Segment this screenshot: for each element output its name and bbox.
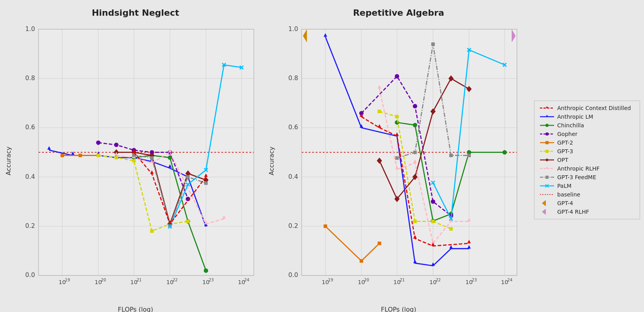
svg-text:0.8: 0.8 <box>25 74 35 82</box>
x-axis-label-right: FLOPs (log) <box>381 306 416 312</box>
legend-item-gpt3-feedme: GPT-3 FeedME <box>540 174 634 180</box>
svg-rect-168 <box>449 154 453 157</box>
svg-rect-76 <box>186 175 190 179</box>
legend-line-chinchilla <box>540 123 554 128</box>
svg-rect-166 <box>413 150 417 154</box>
svg-rect-58 <box>150 229 154 233</box>
svg-text:19: 19 <box>328 278 333 282</box>
x-axis-label-left: FLOPs (log) <box>118 306 153 312</box>
svg-rect-77 <box>204 182 208 185</box>
svg-text:1.0: 1.0 <box>288 25 298 33</box>
svg-text:0.0: 0.0 <box>288 271 298 279</box>
svg-marker-188 <box>546 115 548 117</box>
legend-label-anthropic-lm: Anthropic LM <box>557 114 593 120</box>
legend-line-palm <box>540 183 554 189</box>
svg-text:20: 20 <box>364 278 369 282</box>
y-axis-label-right: Accuracy <box>267 20 275 303</box>
legend-line-gpt3 <box>540 149 554 154</box>
legend-item-gopher: Gopher <box>540 131 634 137</box>
legend-box: Anthropic Context Distilled Anthropic LM… <box>534 101 640 219</box>
svg-text:22: 22 <box>436 278 441 282</box>
legend-item-gpt2: GPT-2 <box>540 139 634 146</box>
svg-rect-147 <box>378 242 381 245</box>
svg-point-143 <box>431 199 435 204</box>
svg-rect-145 <box>324 224 327 228</box>
svg-marker-200 <box>546 167 548 169</box>
svg-text:0.6: 0.6 <box>25 123 35 131</box>
svg-rect-52 <box>60 154 64 157</box>
legend-line-baseline <box>540 192 554 197</box>
right-chart-panel: Repetitive Algebra Accuracy <box>267 8 530 304</box>
chart-container: Hindsight Neglect Accuracy <box>0 0 644 312</box>
svg-rect-151 <box>431 220 435 223</box>
svg-text:0.6: 0.6 <box>288 123 298 131</box>
legend-item-baseline: baseline <box>540 191 634 198</box>
svg-text:23: 23 <box>209 278 214 282</box>
svg-rect-74 <box>150 156 154 160</box>
svg-text:0.2: 0.2 <box>288 222 298 229</box>
svg-rect-149 <box>395 115 399 119</box>
left-chart-svg: 0.0 0.2 0.4 0.6 0.8 1.0 <box>12 20 267 303</box>
svg-point-141 <box>395 74 399 79</box>
svg-text:19: 19 <box>65 278 70 282</box>
legend-label-baseline: baseline <box>557 191 580 198</box>
svg-rect-167 <box>431 42 435 46</box>
svg-point-192 <box>545 132 549 136</box>
svg-rect-56 <box>115 156 118 160</box>
svg-text:23: 23 <box>472 278 477 282</box>
legend-item-chinchilla: Chinchilla <box>540 122 634 128</box>
legend-line-gpt3-feedme <box>540 174 554 180</box>
legend-line-anthropic-lm <box>540 114 554 119</box>
legend-line-gpt2 <box>540 140 554 145</box>
y-axis-label-left: Accuracy <box>4 20 12 303</box>
svg-rect-55 <box>97 154 100 157</box>
svg-text:21: 21 <box>137 278 142 282</box>
svg-rect-152 <box>449 227 453 231</box>
legend-label-gpt3: GPT-3 <box>557 148 573 154</box>
legend-line-gopher <box>540 131 554 137</box>
svg-text:24: 24 <box>244 278 249 282</box>
legend-panel: Anthropic Context Distilled Anthropic LM… <box>530 8 640 304</box>
legend-line-gpt4 <box>540 200 554 206</box>
left-chart-panel: Hindsight Neglect Accuracy <box>4 8 267 304</box>
legend-label-gpt4: GPT-4 <box>557 200 573 206</box>
svg-marker-198 <box>545 158 549 162</box>
legend-item-anthropic-rlhf: Anthropic RLHF <box>540 165 634 172</box>
legend-label-gpt4-rlhf: GPT-4 RLHF <box>557 209 589 215</box>
svg-point-139 <box>503 150 507 154</box>
charts-area: Hindsight Neglect Accuracy <box>4 8 530 304</box>
legend-item-palm: PaLM <box>540 183 634 189</box>
svg-text:1.0: 1.0 <box>25 25 35 33</box>
legend-item-anthropic-context: Anthropic Context Distilled <box>540 105 634 111</box>
svg-rect-57 <box>132 159 135 162</box>
svg-marker-208 <box>542 209 546 215</box>
svg-text:0.4: 0.4 <box>25 173 35 180</box>
legend-item-opt: OPT <box>540 157 634 163</box>
legend-label-chinchilla: Chinchilla <box>557 122 584 128</box>
svg-point-46 <box>96 140 101 145</box>
svg-point-45 <box>204 268 208 273</box>
svg-text:24: 24 <box>507 278 512 282</box>
svg-rect-60 <box>186 220 190 223</box>
svg-rect-202 <box>545 176 549 179</box>
svg-rect-194 <box>545 141 549 144</box>
svg-rect-165 <box>395 156 399 160</box>
svg-point-190 <box>545 124 549 127</box>
legend-item-gpt4: GPT-4 <box>540 200 634 206</box>
svg-text:20: 20 <box>101 278 106 282</box>
svg-rect-53 <box>79 154 82 157</box>
right-svg-wrapper: 0.0 0.2 0.4 0.6 0.8 1.0 <box>275 20 530 303</box>
svg-text:0.8: 0.8 <box>288 74 298 82</box>
svg-text:0.0: 0.0 <box>25 271 35 279</box>
legend-label-opt: OPT <box>557 157 568 163</box>
legend-label-gopher: Gopher <box>557 131 578 137</box>
svg-marker-186 <box>546 106 548 108</box>
svg-rect-148 <box>378 110 381 113</box>
svg-text:21: 21 <box>400 278 405 282</box>
svg-point-47 <box>114 143 119 147</box>
legend-line-anthropic-context <box>540 105 554 111</box>
legend-line-opt <box>540 157 554 163</box>
legend-item-gpt3: GPT-3 <box>540 148 634 154</box>
svg-rect-146 <box>360 259 363 263</box>
left-chart-title: Hindsight Neglect <box>92 8 179 18</box>
